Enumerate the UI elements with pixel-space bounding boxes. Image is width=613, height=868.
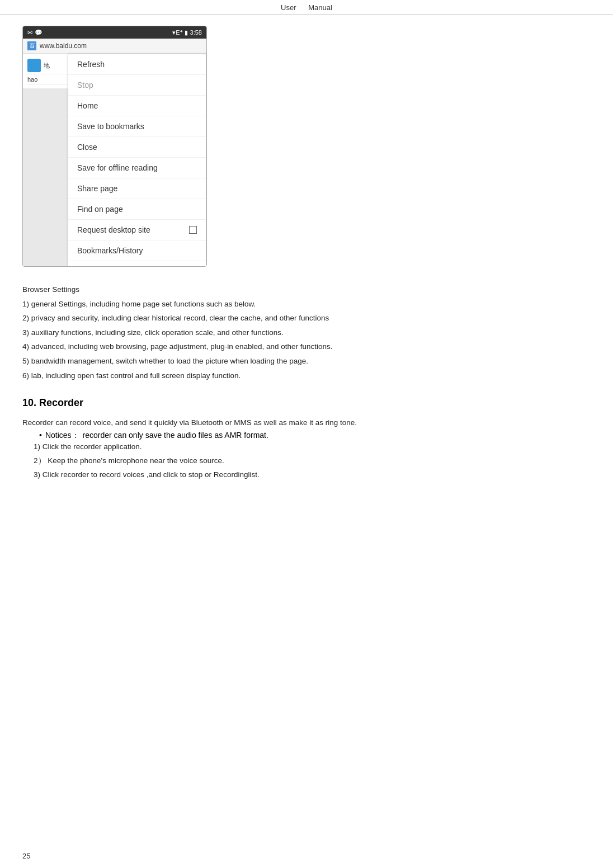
battery-icon: ▮ bbox=[185, 29, 188, 36]
message2-icon: 💬 bbox=[35, 29, 43, 36]
notice-text: recorder can only save the audio files a… bbox=[83, 431, 268, 440]
browser-content: 地 片 hao Refresh Stop Hom bbox=[23, 54, 206, 266]
browser-settings-item-5: 5) bandwidth management, switch whether … bbox=[22, 355, 591, 367]
menu-item-history-label: Bookmarks/History bbox=[77, 246, 143, 255]
time-display: 3:58 bbox=[190, 29, 202, 36]
menu-item-bookmarks-label: Save to bookmarks bbox=[77, 122, 144, 131]
menu-item-bookmarks[interactable]: Save to bookmarks bbox=[68, 116, 206, 137]
recorder-intro: Recorder can record voice, and send it q… bbox=[22, 417, 591, 430]
bg-label-1: 地 bbox=[44, 62, 50, 70]
status-bar: ✉ 💬 ▾E⁴ ▮ 3:58 bbox=[23, 26, 206, 39]
browser-settings-item-4: 4) advanced, including web browsing, pag… bbox=[22, 341, 591, 353]
bg-label-2: hao bbox=[27, 76, 37, 83]
browser-settings-item-6: 6) lab, including open fast control and … bbox=[22, 370, 591, 382]
page-header: User Manual bbox=[0, 0, 613, 15]
menu-item-stop-label: Stop bbox=[77, 81, 93, 89]
menu-item-home[interactable]: Home bbox=[68, 96, 206, 116]
recorder-step-1: 1) Click the recorder application. bbox=[34, 441, 591, 454]
recorder-heading: 10. Recorder bbox=[22, 397, 591, 409]
menu-item-desktop-label: Request desktop site bbox=[77, 225, 150, 234]
menu-item-find-label: Find on page bbox=[77, 205, 123, 214]
status-bar-left: ✉ 💬 bbox=[27, 29, 43, 36]
header-right: Manual bbox=[308, 3, 332, 12]
browser-settings-item-3: 3) auxiliary functions, including size, … bbox=[22, 327, 591, 339]
message-icon: ✉ bbox=[27, 29, 32, 36]
main-content: ✉ 💬 ▾E⁴ ▮ 3:58 百 www.baidu.com bbox=[0, 15, 613, 499]
browser-settings-item-2: 2) privacy and security, including clear… bbox=[22, 312, 591, 324]
page-number: 25 bbox=[22, 852, 30, 860]
menu-item-offline-label: Save for offline reading bbox=[77, 163, 158, 172]
phone-screenshot: ✉ 💬 ▾E⁴ ▮ 3:58 百 www.baidu.com bbox=[22, 26, 207, 267]
menu-item-close-label: Close bbox=[77, 143, 97, 152]
menu-item-settings[interactable]: Settings bbox=[68, 261, 206, 267]
recorder-step-3: 3) Click recorder to record voices ,and … bbox=[34, 469, 591, 482]
address-bar[interactable]: 百 www.baidu.com bbox=[23, 39, 206, 54]
menu-item-share-label: Share page bbox=[77, 184, 117, 193]
url-display: www.baidu.com bbox=[40, 42, 202, 50]
favicon: 百 bbox=[27, 41, 36, 50]
recorder-section: 10. Recorder Recorder can record voice, … bbox=[22, 397, 591, 482]
menu-item-history[interactable]: Bookmarks/History bbox=[68, 240, 206, 261]
menu-item-desktop[interactable]: Request desktop site bbox=[68, 220, 206, 240]
menu-item-close[interactable]: Close bbox=[68, 137, 206, 158]
menu-item-refresh[interactable]: Refresh bbox=[68, 54, 206, 75]
desktop-checkbox[interactable] bbox=[189, 226, 197, 234]
bg-icon-1 bbox=[27, 59, 41, 72]
menu-item-find[interactable]: Find on page bbox=[68, 199, 206, 220]
status-bar-right: ▾E⁴ ▮ 3:58 bbox=[172, 29, 202, 36]
signal-icon: ▾E⁴ bbox=[172, 29, 182, 36]
browser-dropdown-menu: Refresh Stop Home Save to bookmarks Clos… bbox=[68, 54, 206, 267]
recorder-notice: Notices： recorder can only save the audi… bbox=[39, 431, 591, 441]
notice-label: Notices： bbox=[45, 431, 79, 441]
menu-item-refresh-label: Refresh bbox=[77, 60, 105, 69]
menu-item-home-label: Home bbox=[77, 101, 98, 110]
menu-item-share[interactable]: Share page bbox=[68, 178, 206, 199]
browser-settings-section: Browser Settings 1) general Settings, in… bbox=[22, 284, 591, 381]
header-left: User bbox=[281, 3, 296, 12]
recorder-step-2: 2） Keep the phone's microphone near the … bbox=[34, 455, 591, 468]
browser-settings-heading: Browser Settings bbox=[22, 284, 591, 296]
menu-item-stop: Stop bbox=[68, 75, 206, 96]
page-wrapper: User Manual ✉ 💬 ▾E⁴ ▮ 3:58 百 bbox=[0, 0, 613, 868]
browser-settings-item-1: 1) general Settings, including home page… bbox=[22, 298, 591, 310]
menu-item-offline[interactable]: Save for offline reading bbox=[68, 158, 206, 178]
